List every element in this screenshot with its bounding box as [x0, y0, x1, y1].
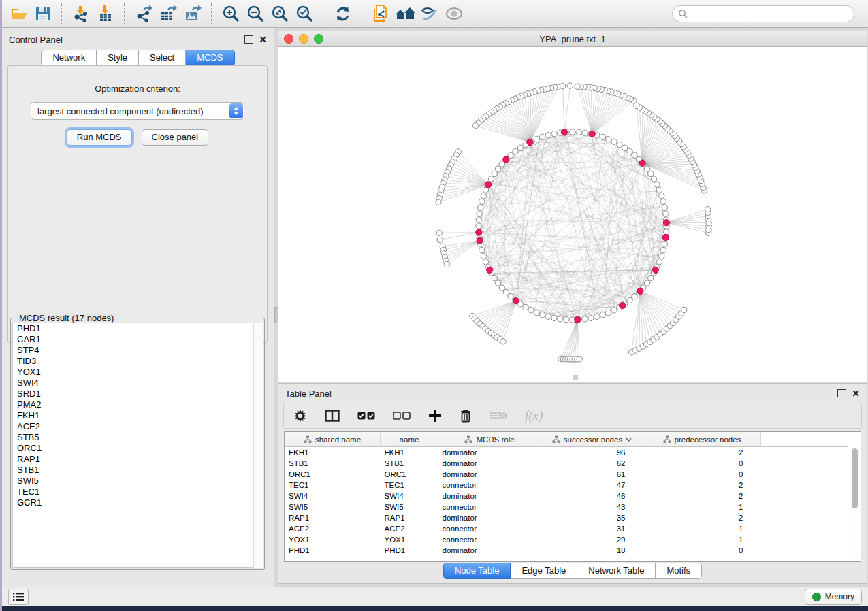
delete-column-button[interactable]: [460, 409, 472, 423]
equation-builder-button[interactable]: f(x): [525, 408, 543, 423]
mcds-result-group: MCDS result (17 nodes) PHD1CAR1STP4TID3Y…: [10, 318, 265, 570]
canvas-resize-handle[interactable]: [573, 375, 578, 380]
export-table-button[interactable]: [156, 3, 180, 24]
table-row[interactable]: SWI5SWI5connector431: [285, 501, 848, 512]
save-session-button[interactable]: [31, 3, 55, 24]
column-header-MCDS-role[interactable]: MCDS role: [438, 432, 541, 447]
table-row[interactable]: YOX1YOX1connector291: [285, 534, 848, 545]
table-cell: YOX1: [285, 534, 381, 545]
close-panel-button[interactable]: Close panel: [142, 129, 209, 146]
optimization-criterion-select[interactable]: largest connected component (undirected): [31, 102, 244, 120]
mcds-result-item[interactable]: ACE2: [13, 421, 262, 432]
close-panel-icon[interactable]: ✕: [852, 390, 860, 397]
apply-layout-button[interactable]: [330, 3, 355, 24]
mcds-result-item[interactable]: CAR1: [13, 334, 262, 345]
table-row[interactable]: STB1STB1dominator620: [285, 458, 848, 469]
show-panel-button[interactable]: [8, 589, 29, 605]
table-scrollbar-thumb[interactable]: [852, 448, 858, 508]
table-row[interactable]: ACE2ACE2connector311: [285, 523, 848, 534]
memory-button[interactable]: Memory: [805, 589, 862, 605]
mcds-result-item[interactable]: ORC1: [13, 443, 262, 454]
column-label: MCDS role: [476, 435, 514, 444]
zoom-fit-button[interactable]: [268, 3, 292, 24]
unchecked-boxes-icon: [393, 412, 411, 420]
hide-selected-button[interactable]: [417, 3, 442, 24]
delete-table-button[interactable]: [489, 411, 507, 420]
table-row[interactable]: ORC1ORC1dominator610: [285, 469, 848, 480]
mcds-result-list[interactable]: PHD1CAR1STP4TID3YOX1SWI4SRD1PMA2FKH1ACE2…: [12, 323, 263, 568]
table-cell: dominator: [438, 512, 541, 523]
tab-edge-table[interactable]: Edge Table: [511, 563, 577, 579]
run-mcds-button[interactable]: Run MCDS: [67, 129, 132, 146]
open-file-button[interactable]: [6, 3, 31, 24]
table-row[interactable]: RAP1RAP1dominator352: [285, 512, 848, 523]
column-header-filler: [761, 432, 849, 447]
table-row[interactable]: FKH1FKH1dominator962: [285, 447, 848, 459]
column-header-successor-nodes[interactable]: successor nodes: [541, 432, 643, 447]
network-canvas[interactable]: [278, 47, 867, 382]
export-image-button[interactable]: [180, 3, 205, 24]
import-table-button[interactable]: [93, 3, 118, 24]
tab-motifs[interactable]: Motifs: [656, 563, 702, 579]
mcds-result-item[interactable]: TEC1: [13, 486, 262, 497]
close-panel-icon[interactable]: ✕: [259, 36, 267, 43]
table-scrollbar[interactable]: [850, 447, 859, 559]
mcds-result-item[interactable]: FKH1: [13, 410, 262, 421]
mcds-result-item[interactable]: SWI4: [13, 378, 262, 389]
table-cell: 35: [541, 512, 643, 523]
tab-mcds[interactable]: MCDS: [186, 50, 234, 66]
network-window-titlebar[interactable]: YPA_prune.txt_1: [278, 31, 867, 47]
mcds-result-item[interactable]: SRD1: [13, 389, 262, 399]
table-row[interactable]: SWI4SWI4dominator462: [285, 491, 848, 501]
mcds-result-item[interactable]: RAP1: [13, 454, 262, 465]
first-neighbors-button[interactable]: [393, 3, 417, 24]
tab-style[interactable]: Style: [97, 50, 139, 66]
tab-select[interactable]: Select: [139, 50, 186, 66]
column-header-predecessor-nodes[interactable]: predecessor nodes: [643, 432, 761, 447]
add-column-button[interactable]: [428, 409, 442, 423]
search-input[interactable]: [688, 8, 848, 19]
table-cell: connector: [438, 501, 541, 512]
column-namespace-icon: [464, 435, 472, 443]
network-view-window: YPA_prune.txt_1: [278, 31, 867, 382]
table-row[interactable]: TEC1TEC1connector472: [285, 480, 848, 491]
mcds-result-item[interactable]: YOX1: [13, 367, 262, 378]
tab-network[interactable]: Network: [41, 50, 97, 66]
table-cell: ORC1: [381, 469, 438, 480]
panel-split-button[interactable]: [325, 410, 340, 422]
sort-desc-icon: [626, 437, 632, 442]
tab-network-table[interactable]: Network Table: [577, 563, 656, 579]
zoom-in-button[interactable]: [219, 3, 243, 24]
mcds-list-scrollbar[interactable]: [253, 323, 263, 568]
mcds-result-item[interactable]: GCR1: [13, 497, 262, 508]
import-network-button[interactable]: [69, 3, 93, 24]
tab-node-table[interactable]: Node Table: [443, 563, 511, 579]
select-all-columns-button[interactable]: [357, 412, 375, 420]
column-header-name[interactable]: name: [381, 432, 438, 447]
float-panel-icon[interactable]: [837, 389, 846, 397]
mcds-result-item[interactable]: STB1: [13, 465, 262, 476]
mcds-result-item[interactable]: SWI5: [13, 476, 262, 486]
table-cell: 1: [643, 534, 761, 545]
mcds-result-item[interactable]: STP4: [13, 345, 262, 356]
table-cell: 96: [541, 447, 643, 459]
table-row[interactable]: PHD1PHD1dominator180: [285, 545, 848, 556]
network-from-clipboard-button[interactable]: [368, 3, 393, 24]
deselect-all-columns-button[interactable]: [393, 412, 411, 420]
search-box[interactable]: [672, 5, 854, 22]
zoom-out-button[interactable]: [243, 3, 268, 24]
table-options-button[interactable]: [293, 409, 307, 423]
float-panel-icon[interactable]: [244, 35, 253, 44]
column-header-shared-name[interactable]: shared name: [285, 432, 381, 447]
network-graph[interactable]: [278, 47, 867, 382]
show-all-button[interactable]: [442, 3, 466, 24]
zoom-selected-button[interactable]: [292, 3, 317, 24]
column-label: predecessor nodes: [675, 435, 741, 444]
mcds-result-item[interactable]: PMA2: [13, 399, 262, 410]
export-network-button[interactable]: [131, 3, 156, 24]
optimization-criterion-label: Optimization criterion:: [8, 84, 267, 94]
mcds-result-item[interactable]: TID3: [13, 356, 262, 367]
mcds-result-item[interactable]: PHD1: [13, 323, 262, 334]
table-cell: STB1: [285, 458, 381, 469]
mcds-result-item[interactable]: STB5: [13, 432, 262, 443]
